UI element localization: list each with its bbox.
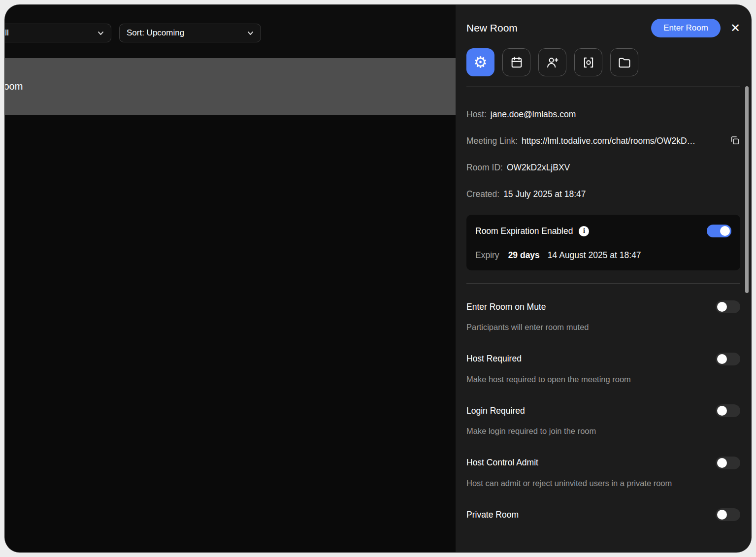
room-expiration-label: Room Expiration Enabled — [475, 226, 573, 236]
sort-dropdown-label: Sort: Upcoming — [127, 28, 184, 38]
host-row: Host: jane.doe@lmlabs.com — [466, 108, 740, 121]
copy-link-button[interactable] — [729, 135, 740, 147]
filter-dropdown-label: All — [5, 28, 9, 38]
close-icon[interactable]: ✕ — [730, 22, 740, 34]
setting-login-required: Login Required Make login required to jo… — [466, 404, 740, 438]
main-content-area — [5, 115, 456, 552]
tab-settings[interactable]: ⚙ — [466, 48, 494, 76]
room-expiration-row: Room Expiration Enabled i — [475, 225, 731, 237]
app-window: All Sort: Upcoming Room New Room Enter R… — [5, 5, 751, 552]
host-value: jane.doe@lmlabs.com — [491, 109, 576, 120]
meeting-link-label: Meeting Link: — [466, 136, 518, 146]
room-list-header-title: Room — [5, 81, 23, 92]
setting-description: Make login required to join the room — [466, 425, 694, 438]
section-divider — [466, 283, 740, 284]
host-required-toggle[interactable] — [716, 353, 740, 365]
setting-label: Host Required — [466, 354, 716, 364]
room-id-label: Room ID: — [466, 163, 503, 173]
host-control-admit-toggle[interactable] — [716, 457, 740, 469]
room-expiration-toggle[interactable] — [707, 225, 731, 237]
tab-participants[interactable] — [538, 48, 566, 76]
created-label: Created: — [466, 189, 499, 199]
info-icon[interactable]: i — [579, 226, 589, 236]
setting-label: Host Control Admit — [466, 458, 716, 468]
recording-icon — [582, 56, 595, 69]
tab-schedule[interactable] — [502, 48, 530, 76]
setting-description: Participants will enter room muted — [466, 321, 694, 334]
setting-host-required: Host Required Make host required to open… — [466, 353, 740, 386]
new-room-panel: New Room Enter Room ✕ ⚙ — [456, 5, 751, 552]
room-id-value: OW2kD2xLjBXV — [507, 163, 570, 173]
room-id-row: Room ID: OW2kD2xLjBXV — [466, 162, 740, 174]
expiry-row: Expiry 29 days 14 August 2025 at 18:47 — [475, 250, 731, 261]
tab-recordings[interactable] — [574, 48, 602, 76]
setting-private-room: Private Room — [466, 508, 740, 521]
filter-dropdown[interactable]: All — [5, 24, 111, 42]
topbar: All Sort: Upcoming — [5, 5, 456, 58]
expiry-days: 29 days — [508, 250, 540, 261]
expiry-label: Expiry — [475, 250, 499, 261]
files-icon — [618, 56, 631, 69]
host-label: Host: — [466, 109, 487, 120]
room-details: Host: jane.doe@lmlabs.com Meeting Link: … — [466, 87, 740, 200]
created-value: 15 July 2025 at 18:47 — [503, 189, 586, 199]
setting-label: Enter Room on Mute — [466, 302, 716, 312]
enter-room-button[interactable]: Enter Room — [651, 19, 721, 37]
add-participant-icon — [546, 56, 559, 69]
setting-description: Host can admit or reject uninvited users… — [466, 477, 694, 490]
enter-room-on-mute-toggle[interactable] — [716, 300, 740, 313]
setting-label: Private Room — [466, 510, 716, 520]
created-row: Created: 15 July 2025 at 18:47 — [466, 188, 740, 200]
setting-enter-room-on-mute: Enter Room on Mute Participants will ent… — [466, 300, 740, 334]
meeting-link-row: Meeting Link: https://lml.todalive.com/c… — [466, 135, 740, 147]
panel-tabs: ⚙ — [466, 48, 740, 87]
tab-files[interactable] — [610, 48, 638, 76]
calendar-icon — [510, 56, 524, 69]
panel-scrollbar[interactable] — [745, 86, 749, 293]
room-expiration-card: Room Expiration Enabled i Expiry 29 days… — [466, 215, 740, 270]
copy-icon — [729, 135, 740, 146]
expiry-date: 14 August 2025 at 18:47 — [548, 250, 641, 261]
setting-label: Login Required — [466, 406, 716, 416]
setting-host-control-admit: Host Control Admit Host can admit or rej… — [466, 457, 740, 490]
settings-icon: ⚙ — [474, 55, 488, 70]
meeting-link-value: https://lml.todalive.com/chat/rooms/OW2k… — [522, 136, 695, 146]
panel-title: New Room — [466, 22, 651, 34]
room-list-header: Room — [5, 58, 456, 115]
private-room-toggle[interactable] — [716, 508, 740, 521]
setting-description: Make host required to open the meeting r… — [466, 373, 694, 386]
sort-dropdown[interactable]: Sort: Upcoming — [119, 24, 261, 42]
login-required-toggle[interactable] — [716, 404, 740, 417]
chevron-down-icon — [247, 30, 254, 36]
panel-header: New Room Enter Room ✕ — [466, 5, 740, 37]
chevron-down-icon — [98, 30, 104, 36]
